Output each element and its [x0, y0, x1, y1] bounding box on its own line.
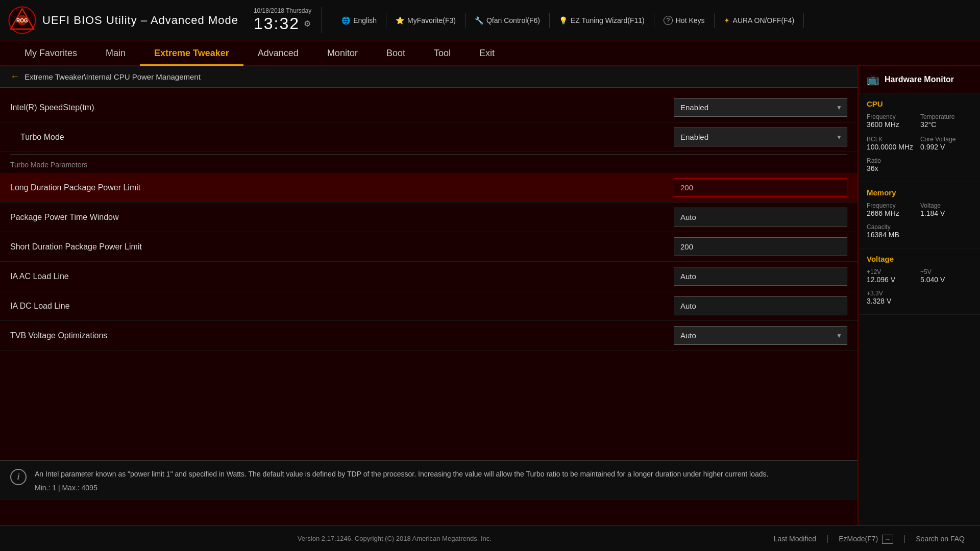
- tvb-select[interactable]: Auto Enabled Disabled: [674, 326, 847, 345]
- nav-monitor[interactable]: Monitor: [313, 40, 372, 66]
- cpu-bclk-value: 100.0000 MHz: [867, 143, 918, 151]
- setting-row-ia-dc[interactable]: IA DC Load Line: [0, 291, 857, 321]
- setting-row-tvb[interactable]: TVB Voltage Optimizations Auto Enabled D…: [0, 321, 857, 350]
- toolbar-english[interactable]: 🌐 English: [332, 13, 386, 28]
- time-window-input[interactable]: [674, 208, 847, 227]
- svg-text:ROG: ROG: [16, 18, 28, 23]
- ia-dc-label: IA DC Load Line: [10, 302, 674, 311]
- memory-frequency-value: 2666 MHz: [867, 209, 918, 217]
- tvb-select-wrapper: Auto Enabled Disabled: [674, 326, 847, 345]
- speedstep-select-wrapper: Enabled Disabled: [674, 98, 847, 117]
- memory-capacity-value: 16384 MB: [867, 231, 972, 239]
- cpu-bclk-item: BCLK 100.0000 MHz: [867, 136, 918, 151]
- date-display: 10/18/2018 Thursday: [254, 7, 311, 14]
- memory-voltage-label: Voltage: [920, 202, 972, 209]
- speedstep-select[interactable]: Enabled Disabled: [674, 98, 847, 117]
- nav-main[interactable]: Main: [91, 40, 140, 66]
- time-settings-icon[interactable]: ⚙: [304, 19, 311, 29]
- setting-row-ia-ac[interactable]: IA AC Load Line: [0, 262, 857, 291]
- time-display: 13:32 ⚙: [254, 14, 311, 33]
- voltage-section: Voltage +12V 12.096 V +5V 5.040 V +3.3V …: [859, 248, 980, 315]
- nav-boot[interactable]: Boot: [372, 40, 420, 66]
- aura-icon: ✦: [724, 16, 730, 24]
- toolbar-aura[interactable]: ✦ AURA ON/OFF(F4): [715, 13, 804, 28]
- logo-area: ROG UEFI BIOS Utility – Advanced Mode: [8, 6, 238, 34]
- toolbar-myfavorite[interactable]: ⭐ MyFavorite(F3): [386, 13, 465, 28]
- time-text: 13:32: [254, 14, 300, 33]
- cpu-core-voltage-item: Core Voltage 0.992 V: [920, 136, 972, 151]
- setting-row-speedstep[interactable]: Intel(R) SpeedStep(tm) Enabled Disabled: [0, 93, 857, 122]
- v33-label: +3.3V: [867, 290, 972, 297]
- footer: Version 2.17.1246. Copyright (C) 2018 Am…: [0, 525, 980, 551]
- cpu-temperature-value: 32°C: [920, 120, 972, 129]
- memory-voltage-item: Voltage 1.184 V: [920, 202, 972, 217]
- footer-divider-2: |: [903, 534, 905, 543]
- long-duration-label: Long Duration Package Power Limit: [10, 183, 674, 192]
- nav-exit[interactable]: Exit: [465, 40, 509, 66]
- ez-mode-icon: →: [882, 535, 893, 544]
- v33-value: 3.328 V: [867, 297, 972, 305]
- cpu-ratio-value: 36x: [867, 164, 972, 172]
- nav-advanced[interactable]: Advanced: [243, 40, 313, 66]
- ia-dc-input[interactable]: [674, 296, 847, 315]
- nav-tool[interactable]: Tool: [420, 40, 465, 66]
- nav-extreme-tweaker[interactable]: Extreme Tweaker: [140, 40, 243, 66]
- info-content: i An Intel parameter known as "power lim…: [10, 469, 847, 492]
- v12-label: +12V: [867, 268, 918, 276]
- datetime-area: 10/18/2018 Thursday 13:32 ⚙: [254, 7, 322, 33]
- v5-label: +5V: [920, 268, 972, 276]
- fan-icon: 🔧: [475, 16, 483, 24]
- asus-rog-logo: ROG: [8, 6, 36, 34]
- turbo-mode-select[interactable]: Enabled Disabled: [674, 128, 847, 146]
- setting-row-short-duration[interactable]: Short Duration Package Power Limit: [0, 232, 857, 262]
- long-duration-input[interactable]: [674, 178, 847, 197]
- toolbar-qfan[interactable]: 🔧 Qfan Control(F6): [465, 13, 550, 28]
- nav-my-favorites[interactable]: My Favorites: [10, 40, 91, 66]
- memory-section: Memory Frequency 2666 MHz Voltage 1.184 …: [859, 182, 980, 248]
- memory-capacity-label: Capacity: [867, 223, 972, 231]
- question-icon: ?: [664, 16, 673, 25]
- cpu-monitor-grid: Frequency 3600 MHz Temperature 32°C BCLK…: [867, 113, 972, 154]
- sidebar-header-text: Hardware Monitor: [885, 75, 954, 84]
- cpu-title: CPU: [867, 99, 972, 108]
- cpu-ratio-label: Ratio: [867, 157, 972, 164]
- toolbar-hotkeys[interactable]: ? Hot Keys: [654, 13, 715, 28]
- breadcrumb-text: Extreme Tweaker\Internal CPU Power Manag…: [24, 72, 201, 81]
- v12-item: +12V 12.096 V: [867, 268, 918, 284]
- section-divider: [10, 154, 847, 155]
- footer-search-faq[interactable]: Search on FAQ: [916, 535, 965, 543]
- turbo-params-header: Turbo Mode Parameters: [0, 157, 857, 173]
- footer-ez-mode[interactable]: EzMode(F7) →: [839, 535, 893, 543]
- v12-value: 12.096 V: [867, 276, 918, 284]
- content-area: ← Extreme Tweaker\Internal CPU Power Man…: [0, 66, 857, 525]
- star-icon: ⭐: [396, 16, 404, 24]
- toolbar-ez-tuning[interactable]: 💡 EZ Tuning Wizard(F11): [550, 13, 654, 28]
- footer-last-modified[interactable]: Last Modified: [774, 535, 816, 543]
- footer-actions: Last Modified | EzMode(F7) → | Search on…: [774, 534, 965, 543]
- turbo-mode-select-wrapper: Enabled Disabled: [674, 128, 847, 146]
- lightbulb-icon: 💡: [559, 16, 568, 24]
- ia-ac-input[interactable]: [674, 267, 847, 286]
- memory-frequency-item: Frequency 2666 MHz: [867, 202, 918, 217]
- cpu-frequency-label: Frequency: [867, 113, 918, 120]
- ia-ac-label: IA AC Load Line: [10, 272, 674, 281]
- breadcrumb-back-arrow[interactable]: ←: [10, 71, 19, 82]
- info-range: Min.: 1 | Max.: 4095: [35, 484, 768, 492]
- cpu-frequency-value: 3600 MHz: [867, 120, 918, 129]
- setting-row-time-window[interactable]: Package Power Time Window: [0, 203, 857, 232]
- speedstep-label: Intel(R) SpeedStep(tm): [10, 103, 674, 112]
- cpu-temperature-item: Temperature 32°C: [920, 113, 972, 129]
- hardware-monitor-sidebar: 📺 Hardware Monitor CPU Frequency 3600 MH…: [857, 66, 980, 525]
- cpu-ratio-item: Ratio 36x: [867, 157, 972, 172]
- memory-voltage-value: 1.184 V: [920, 209, 972, 217]
- setting-row-turbo-mode[interactable]: Turbo Mode Enabled Disabled: [0, 122, 857, 152]
- memory-monitor-grid: Frequency 2666 MHz Voltage 1.184 V: [867, 202, 972, 220]
- setting-row-long-duration[interactable]: Long Duration Package Power Limit: [0, 173, 857, 203]
- info-text-area: An Intel parameter known as "power limit…: [35, 469, 768, 492]
- cpu-core-voltage-value: 0.992 V: [920, 143, 972, 151]
- header-top: ROG UEFI BIOS Utility – Advanced Mode 10…: [0, 0, 980, 41]
- short-duration-input[interactable]: [674, 237, 847, 256]
- monitor-icon: 📺: [867, 73, 879, 86]
- memory-capacity-item: Capacity 16384 MB: [867, 223, 972, 239]
- memory-title: Memory: [867, 188, 972, 197]
